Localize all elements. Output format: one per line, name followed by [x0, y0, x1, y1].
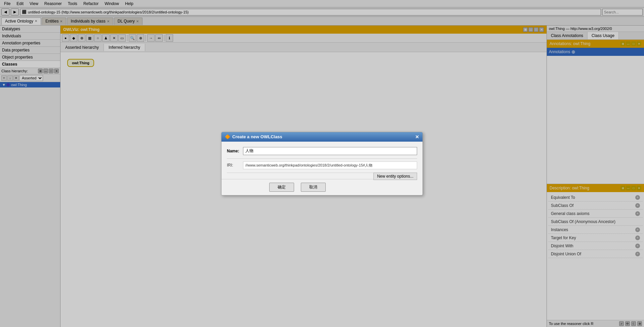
dialog-name-label: Name:: [227, 149, 240, 153]
dialog-close-btn[interactable]: ✕: [415, 134, 419, 140]
dialog-footer: 确定 取消: [222, 179, 373, 195]
dialog-name-input[interactable]: [243, 147, 417, 155]
dialog-divider-2: [227, 173, 373, 173]
create-owlclass-dialog: 🔶 Create a new OWLClass ✕ Name: IRI: //w…: [221, 132, 423, 195]
dialog-overlay: 🔶 Create a new OWLClass ✕ Name: IRI: //w…: [0, 0, 644, 327]
dialog-divider-1: [227, 158, 417, 159]
dialog-iri-label: IRI:: [227, 163, 240, 168]
dialog-body: Name: IRI: //www.semanticweb.org/thinkpa…: [222, 142, 422, 179]
dialog-title-text: Create a new OWLClass: [232, 134, 415, 139]
dialog-iri-value: //www.semanticweb.org/thinkpad/ontologie…: [243, 161, 417, 169]
dialog-name-row: Name:: [227, 147, 417, 155]
new-entity-options-btn[interactable]: New entity options...: [373, 173, 417, 180]
dialog-iri-row: IRI: //www.semanticweb.org/thinkpad/onto…: [227, 161, 417, 169]
dialog-title-icon: 🔶: [225, 134, 230, 139]
dialog-confirm-btn[interactable]: 确定: [269, 183, 294, 192]
dialog-cancel-btn[interactable]: 取消: [301, 183, 326, 192]
dialog-title-bar: 🔶 Create a new OWLClass ✕: [222, 132, 422, 142]
